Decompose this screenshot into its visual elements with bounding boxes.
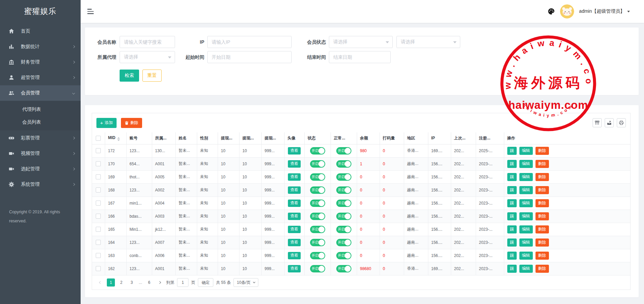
menu-toggle-icon[interactable] xyxy=(87,9,94,14)
next-page-button[interactable] xyxy=(156,278,164,287)
per-page-select[interactable]: 10条/页 xyxy=(233,278,258,287)
sidebar-item-8[interactable]: 系统管理 xyxy=(0,177,81,192)
normal-toggle[interactable]: 开启 xyxy=(336,173,351,181)
delete-row-button[interactable]: 删除 xyxy=(535,160,549,168)
view-avatar-button[interactable]: 查看 xyxy=(288,200,301,207)
search-button[interactable]: 检索 xyxy=(120,70,139,82)
edit-button[interactable]: 编辑 xyxy=(519,147,533,155)
status-toggle[interactable]: 开启 xyxy=(310,200,325,207)
sidebar-subitem-1[interactable]: 会员列表 xyxy=(0,116,81,128)
ip-input[interactable] xyxy=(207,36,292,48)
delete-row-button[interactable]: 删除 xyxy=(535,199,549,207)
select-all-checkbox[interactable] xyxy=(96,136,101,141)
page-button-1[interactable]: 1 xyxy=(107,278,115,287)
confirm-page-button[interactable]: 确定 xyxy=(198,278,213,287)
kick-button[interactable]: 踢 xyxy=(507,212,517,220)
normal-toggle[interactable]: 开启 xyxy=(336,265,351,272)
columns-icon[interactable] xyxy=(593,118,602,127)
row-checkbox[interactable] xyxy=(96,253,101,258)
view-avatar-button[interactable]: 查看 xyxy=(288,160,301,168)
sidebar-item-2[interactable]: 财务管理 xyxy=(0,54,81,70)
agent-select[interactable]: 请选择 xyxy=(120,51,175,63)
row-checkbox[interactable] xyxy=(96,187,101,192)
sidebar-item-0[interactable]: 首页 xyxy=(0,24,81,39)
view-avatar-button[interactable]: 查看 xyxy=(288,239,301,246)
row-checkbox[interactable] xyxy=(96,266,101,271)
sidebar-item-1[interactable]: 数据统计 xyxy=(0,39,81,54)
page-button-2[interactable]: 2 xyxy=(117,278,125,287)
row-checkbox[interactable] xyxy=(96,148,101,153)
kick-button[interactable]: 踢 xyxy=(507,225,517,233)
kick-button[interactable]: 踢 xyxy=(507,199,517,207)
delete-row-button[interactable]: 删除 xyxy=(535,212,549,220)
page-button-3[interactable]: 3 xyxy=(128,278,136,287)
edit-button[interactable]: 编辑 xyxy=(519,186,533,194)
row-checkbox[interactable] xyxy=(96,174,101,179)
view-avatar-button[interactable]: 查看 xyxy=(288,186,301,194)
kick-button[interactable]: 踢 xyxy=(507,186,517,194)
delete-row-button[interactable]: 删除 xyxy=(535,225,549,233)
status-toggle[interactable]: 开启 xyxy=(310,173,325,181)
edit-button[interactable]: 编辑 xyxy=(519,265,533,273)
edit-button[interactable]: 编辑 xyxy=(519,199,533,207)
sort-icon[interactable] xyxy=(117,137,120,141)
end-date-input[interactable] xyxy=(329,51,391,63)
user-menu[interactable]: admin【超级管理员】 xyxy=(579,8,630,14)
delete-row-button[interactable]: 删除 xyxy=(535,147,549,155)
sidebar-item-4[interactable]: 会员管理 xyxy=(0,85,81,101)
avatar[interactable] xyxy=(560,4,574,18)
status2-select[interactable]: 请选择 xyxy=(396,36,460,48)
edit-button[interactable]: 编辑 xyxy=(519,160,533,168)
view-avatar-button[interactable]: 查看 xyxy=(288,147,301,155)
edit-button[interactable]: 编辑 xyxy=(519,238,533,247)
view-avatar-button[interactable]: 查看 xyxy=(288,213,301,220)
edit-button[interactable]: 编辑 xyxy=(519,225,533,233)
row-checkbox[interactable] xyxy=(96,240,101,245)
start-date-input[interactable] xyxy=(207,51,292,63)
kick-button[interactable]: 踢 xyxy=(507,238,517,247)
page-button-6[interactable]: 6 xyxy=(145,278,153,287)
status-toggle[interactable]: 开启 xyxy=(310,239,325,246)
status-toggle[interactable]: 开启 xyxy=(310,265,325,272)
status-toggle[interactable]: 开启 xyxy=(310,160,325,168)
kick-button[interactable]: 踢 xyxy=(507,265,517,273)
view-avatar-button[interactable]: 查看 xyxy=(288,173,301,181)
reset-button[interactable]: 重置 xyxy=(142,70,162,82)
goto-page-input[interactable] xyxy=(177,278,188,287)
sidebar-item-7[interactable]: 选妃管理 xyxy=(0,161,81,177)
delete-row-button[interactable]: 删除 xyxy=(535,252,549,260)
delete-row-button[interactable]: 删除 xyxy=(535,265,549,273)
kick-button[interactable]: 踢 xyxy=(507,160,517,168)
delete-button[interactable]: 删除 xyxy=(121,118,142,128)
print-icon[interactable] xyxy=(617,118,626,127)
export-icon[interactable] xyxy=(605,118,614,127)
edit-button[interactable]: 编辑 xyxy=(519,173,533,181)
row-checkbox[interactable] xyxy=(96,201,101,206)
view-avatar-button[interactable]: 查看 xyxy=(288,252,301,259)
sidebar-item-6[interactable]: 视频管理 xyxy=(0,146,81,161)
add-button[interactable]: + 添加 xyxy=(96,118,117,128)
view-avatar-button[interactable]: 查看 xyxy=(288,265,301,272)
kick-button[interactable]: 踢 xyxy=(507,147,517,155)
normal-toggle[interactable]: 开启 xyxy=(336,186,351,194)
normal-toggle[interactable]: 开启 xyxy=(336,160,351,168)
status-toggle[interactable]: 开启 xyxy=(310,213,325,220)
kick-button[interactable]: 踢 xyxy=(507,173,517,181)
kick-button[interactable]: 踢 xyxy=(507,252,517,260)
normal-toggle[interactable]: 开启 xyxy=(336,252,351,259)
status-toggle[interactable]: 开启 xyxy=(310,252,325,259)
status-toggle[interactable]: 开启 xyxy=(310,226,325,233)
sidebar-item-5[interactable]: 彩票管理 xyxy=(0,130,81,146)
delete-row-button[interactable]: 删除 xyxy=(535,238,549,247)
normal-toggle[interactable]: 开启 xyxy=(336,213,351,220)
prev-page-button[interactable] xyxy=(96,278,104,287)
theme-palette-icon[interactable] xyxy=(548,8,555,15)
edit-button[interactable]: 编辑 xyxy=(519,252,533,260)
normal-toggle[interactable]: 开启 xyxy=(336,239,351,246)
status-toggle[interactable]: 开启 xyxy=(310,147,325,155)
member-name-input[interactable] xyxy=(120,36,175,48)
sidebar-subitem-0[interactable]: 代理列表 xyxy=(0,103,81,116)
row-checkbox[interactable] xyxy=(96,161,101,166)
row-checkbox[interactable] xyxy=(96,214,101,219)
member-status-select[interactable]: 请选择 xyxy=(329,36,393,48)
